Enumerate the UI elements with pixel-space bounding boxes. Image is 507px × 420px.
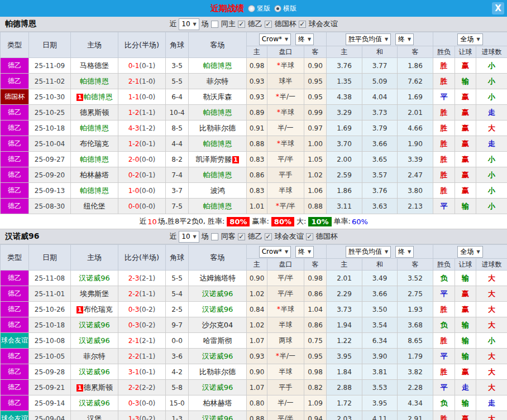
avg-draw-odds: 3.90 xyxy=(362,349,398,364)
result-handicap: 输 xyxy=(455,395,476,411)
date-cell: 25-10-04 xyxy=(29,136,71,152)
corner-cell: 4-4 xyxy=(166,136,189,152)
result-wdl: 胜 xyxy=(433,333,455,349)
league-checkbox-0[interactable]: ✓ xyxy=(238,21,245,28)
score-cell: 2-2(1-1) xyxy=(118,286,166,302)
match-count-select[interactable]: 10 ▼ xyxy=(179,231,199,243)
avg-draw-odds: 3.66 xyxy=(362,286,398,302)
result-handicap: 输 xyxy=(455,199,476,214)
result-handicap: 赢 xyxy=(455,105,476,120)
handicap-line-text: 平/半 xyxy=(278,289,293,297)
handicap-line: *半球 xyxy=(267,58,304,74)
away-team-cell: 凯泽斯劳滕1 xyxy=(189,152,247,167)
scope-select[interactable]: 全场▼ xyxy=(457,33,482,45)
result-wdl: 胜 xyxy=(433,58,455,74)
league-checkbox-0[interactable]: ✓ xyxy=(238,233,245,240)
dropdown-arrow-icon: ▼ xyxy=(308,37,311,42)
corner-cell: 9-7 xyxy=(166,317,189,333)
avg-final-select[interactable]: 终▼ xyxy=(395,246,414,258)
date-cell: 25-08-30 xyxy=(29,199,71,214)
corner-cell: 15-0 xyxy=(166,395,189,411)
half-time-score: (0-2) xyxy=(139,415,155,420)
league-checkbox-2[interactable]: ✓ xyxy=(306,233,313,240)
score-cell: 2-3(2-1) xyxy=(118,271,166,286)
result-goals: 大 xyxy=(476,411,507,420)
radio-checked-icon[interactable] xyxy=(274,5,281,12)
handicap-away-odds: 0.82 xyxy=(304,380,327,395)
result-handicap: 输 xyxy=(455,333,476,349)
radio-unchecked-icon[interactable] xyxy=(248,5,255,12)
handicap-line-text: 半/一 xyxy=(278,124,293,132)
close-button[interactable]: X xyxy=(492,2,504,15)
full-time-score: 4-3 xyxy=(128,124,140,132)
handicap-line: 平/半 xyxy=(267,411,304,420)
layout-radio-vertical[interactable]: 竖版 xyxy=(248,4,270,13)
date-cell: 25-10-08 xyxy=(29,333,71,349)
avg-draw-odds: 3.53 xyxy=(362,380,398,395)
col-header-type: 类型 xyxy=(1,245,29,271)
result-goals: 大 xyxy=(476,364,507,380)
avg-source-select[interactable]: 胜平负均值▼ xyxy=(346,246,391,258)
handicap-line-text: 半球 xyxy=(281,108,294,116)
same-venue-checkbox[interactable]: ✓ xyxy=(211,233,218,240)
match-row: 德乙25-10-04布伦瑞克1-2(0-1)4-4帕德博恩0.88*半球1.00… xyxy=(1,136,507,152)
match-row: 德乙25-09-20柏林赫塔0-2(0-1)7-4帕德博恩0.86平手1.022… xyxy=(1,167,507,183)
date-cell: 25-09-21 xyxy=(29,380,71,395)
away-team-cell: 波鸿 xyxy=(189,183,247,199)
half-time-score: (0-2) xyxy=(139,306,155,313)
result-wdl: 负 xyxy=(433,395,455,411)
score-cell: 3-1(0-1) xyxy=(118,364,166,380)
layout-radio-horizontal[interactable]: 横版 xyxy=(274,4,296,13)
close-icon: X xyxy=(495,3,501,13)
col-header-odds-away: 客 xyxy=(304,46,327,58)
odds-source-select[interactable]: Crow*▼ xyxy=(259,246,291,258)
away-team-cell: 汉诺威96 xyxy=(189,349,247,364)
home-team-cell: 德累斯顿 xyxy=(71,105,118,120)
handicap-line: 平/半 xyxy=(267,271,304,286)
full-time-score: 1-3 xyxy=(128,415,140,420)
result-wdl: 胜 xyxy=(433,136,455,152)
red-card-badge: 1 xyxy=(76,306,83,313)
date-cell: 25-09-28 xyxy=(29,364,71,380)
handicap-away-odds: 0.95 xyxy=(304,349,327,364)
avg-home-odds: 2.29 xyxy=(327,286,362,302)
score-cell: 2-2(2-2) xyxy=(118,380,166,395)
col-header-corner: 角球 xyxy=(166,32,189,58)
avg-final-select[interactable]: 终▼ xyxy=(395,33,414,45)
home-team-cell: 汉诺威96 xyxy=(71,395,118,411)
odds-final-select[interactable]: 终▼ xyxy=(295,33,314,45)
scope-select[interactable]: 全场▼ xyxy=(457,246,482,258)
odds-source-select[interactable]: Crow*▼ xyxy=(259,33,291,45)
league-checkbox-2[interactable]: ✓ xyxy=(299,21,306,28)
league-type-cell: 球会友谊 xyxy=(1,411,29,420)
same-venue-checkbox[interactable]: ✓ xyxy=(211,21,218,28)
date-cell: 25-09-13 xyxy=(29,183,71,199)
dropdown-arrow-icon: ▼ xyxy=(285,37,288,42)
full-time-score: 2-2 xyxy=(128,353,140,360)
home-team-name: 汉诺威96 xyxy=(79,368,110,376)
league-checkbox-1[interactable]: ✓ xyxy=(265,233,272,240)
col-header-odds-line: 盘口 xyxy=(267,259,304,271)
result-wdl: 胜 xyxy=(433,411,455,420)
league-type-cell: 德乙 xyxy=(1,120,29,136)
summary-row: 近10场,胜8平2负0, 胜率:80%赢率:80%大:10%单率:60% xyxy=(0,214,507,229)
odds-final-select[interactable]: 终▼ xyxy=(295,246,314,258)
handicap-line: 平手 xyxy=(267,380,304,395)
col-header-avg-draw: 和 xyxy=(362,46,398,58)
handicap-star-icon: * xyxy=(277,139,280,147)
half-time-score: (1-2) xyxy=(139,124,155,132)
avg-away-odds: 4.34 xyxy=(398,395,433,411)
avg-source-select[interactable]: 胜平负均值▼ xyxy=(346,33,391,45)
col-header-res-goals: 进球数 xyxy=(476,46,507,58)
corner-cell: 0-0 xyxy=(166,333,189,349)
league-checkbox-1[interactable]: ✓ xyxy=(265,21,272,28)
match-count-select[interactable]: 10 ▼ xyxy=(179,18,199,30)
avg-home-odds: 1.35 xyxy=(327,74,362,89)
col-header-type: 类型 xyxy=(1,32,29,58)
handicap-line: *半球 xyxy=(267,136,304,152)
home-team-name: 汉诺威96 xyxy=(79,336,110,345)
corner-cell: 7-4 xyxy=(166,167,189,183)
half-time-score: (0-1) xyxy=(139,62,155,70)
avg-group-header: 胜平负均值▼ 终▼ xyxy=(327,245,433,259)
handicap-line-text: 球半 xyxy=(279,77,293,85)
